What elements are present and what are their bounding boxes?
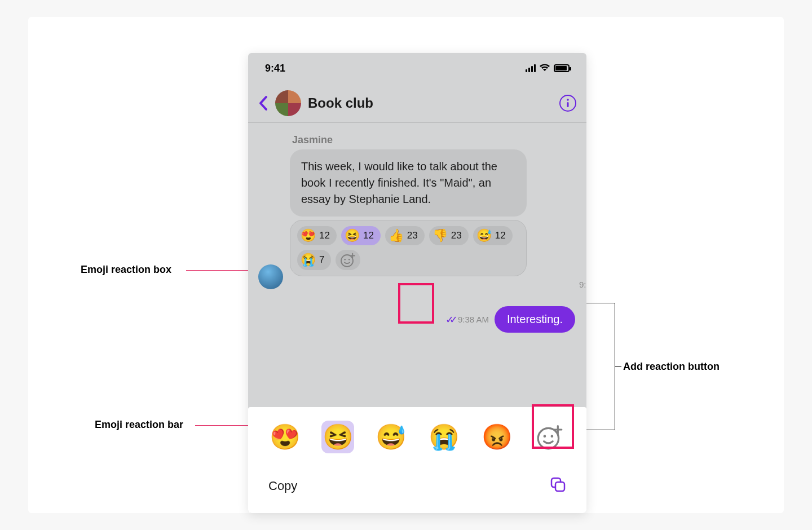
svg-point-8 bbox=[544, 435, 546, 438]
reaction-box: 😍12😆12👍23👎23😅12😭7 bbox=[290, 220, 527, 276]
reaction-count: 23 bbox=[407, 230, 418, 241]
status-time: 9:41 bbox=[265, 63, 285, 74]
menu-row-copy[interactable]: Copy bbox=[248, 463, 586, 513]
reaction-count: 12 bbox=[319, 230, 330, 241]
reaction-pill[interactable]: 👎23 bbox=[429, 226, 469, 245]
message-time: 9:35 AM bbox=[290, 280, 586, 289]
reaction-bar-emoji[interactable]: 😡 bbox=[480, 421, 513, 453]
cellular-icon bbox=[526, 64, 536, 72]
svg-rect-1 bbox=[567, 102, 569, 107]
status-bar: 9:41 bbox=[248, 53, 586, 83]
copy-icon bbox=[549, 476, 566, 496]
reaction-count: 12 bbox=[495, 230, 506, 241]
reaction-bar-emoji[interactable]: 😭 bbox=[427, 421, 460, 453]
annotation-reaction-box: Emoji reaction box bbox=[81, 264, 171, 276]
chat-title: Book club bbox=[308, 95, 373, 111]
sender-name: Jasmine bbox=[292, 134, 576, 146]
reaction-count: 7 bbox=[319, 254, 324, 266]
sender-avatar[interactable] bbox=[258, 264, 283, 289]
phone-frame: 9:41 Book club Jasmine bbox=[248, 53, 586, 513]
message-bubble[interactable]: This week, I would like to talk about th… bbox=[290, 149, 527, 217]
back-button[interactable] bbox=[258, 95, 268, 111]
wifi-icon bbox=[539, 63, 550, 74]
message-list[interactable]: Jasmine This week, I would like to talk … bbox=[248, 123, 586, 338]
group-avatar[interactable] bbox=[275, 90, 301, 116]
context-sheet: 😍😆😅😭😡 Copy bbox=[248, 407, 586, 513]
reply-time: 9:38 AM bbox=[458, 315, 489, 324]
reaction-bar-emoji[interactable]: 😅 bbox=[374, 421, 407, 453]
chat-header: Book club bbox=[248, 83, 586, 123]
reaction-pill[interactable]: 😍12 bbox=[297, 226, 337, 245]
annotation-line bbox=[615, 366, 621, 367]
copy-label: Copy bbox=[268, 479, 297, 493]
reaction-count: 12 bbox=[363, 230, 374, 241]
reaction-count: 23 bbox=[451, 230, 462, 241]
annotation-add-button: Add reaction button bbox=[623, 361, 720, 373]
reaction-pill[interactable]: 😆12 bbox=[341, 226, 381, 245]
reaction-bar-emoji[interactable]: 😆 bbox=[321, 421, 354, 453]
reaction-emoji: 👎 bbox=[433, 228, 448, 243]
reaction-bar: 😍😆😅😭😡 bbox=[248, 407, 586, 463]
svg-point-7 bbox=[538, 428, 558, 448]
status-icons bbox=[526, 63, 570, 74]
reaction-pill[interactable]: 😅12 bbox=[473, 226, 513, 245]
reaction-pill[interactable]: 👍23 bbox=[385, 226, 425, 245]
svg-point-3 bbox=[345, 259, 346, 260]
reaction-bar-emoji[interactable]: 😍 bbox=[268, 421, 301, 453]
svg-point-9 bbox=[551, 435, 554, 438]
battery-icon bbox=[554, 64, 570, 72]
svg-point-4 bbox=[348, 259, 350, 260]
annotation-reaction-bar: Emoji reaction bar bbox=[95, 419, 183, 431]
add-reaction-button[interactable] bbox=[336, 250, 360, 270]
reaction-pill[interactable]: 😭7 bbox=[297, 250, 331, 270]
reaction-emoji: 😆 bbox=[345, 228, 360, 243]
read-receipt-icon: ✓✓ bbox=[445, 313, 453, 326]
svg-rect-13 bbox=[555, 482, 564, 491]
reply-bubble[interactable]: Interesting. bbox=[495, 306, 575, 333]
reply-row: ✓✓ 9:38 AM Interesting. bbox=[258, 306, 576, 333]
info-button[interactable] bbox=[559, 95, 576, 112]
reaction-emoji: 👍 bbox=[389, 228, 404, 243]
canvas: Emoji reaction box Emoji reaction bar Ad… bbox=[28, 17, 784, 513]
svg-point-2 bbox=[341, 255, 353, 267]
reaction-emoji: 😭 bbox=[301, 253, 316, 267]
message-row: This week, I would like to talk about th… bbox=[258, 149, 576, 289]
reaction-emoji: 😅 bbox=[476, 228, 492, 243]
add-reaction-button[interactable] bbox=[533, 421, 566, 453]
svg-point-0 bbox=[567, 99, 569, 101]
reaction-emoji: 😍 bbox=[301, 228, 316, 243]
